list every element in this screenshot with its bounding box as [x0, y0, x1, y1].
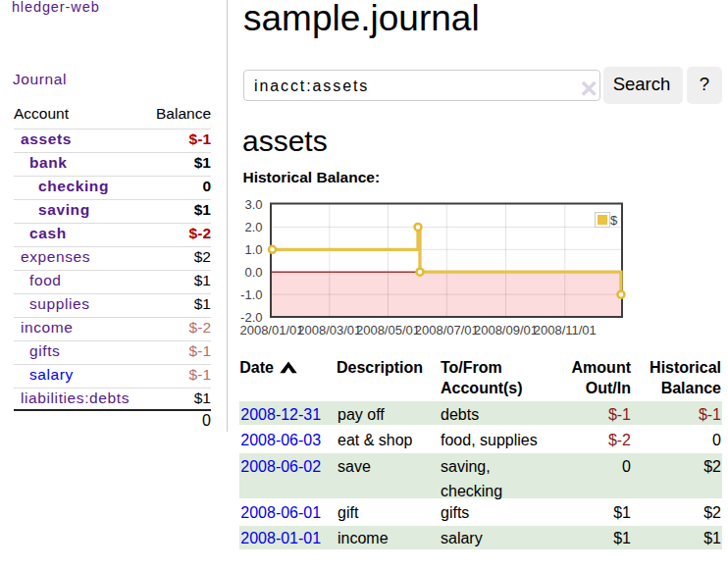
svg-text:2008/03/01: 2008/03/01 — [297, 323, 361, 337]
svg-text:-1.0: -1.0 — [240, 287, 262, 302]
svg-text:1.0: 1.0 — [244, 242, 262, 257]
svg-text:2008/07/01: 2008/07/01 — [415, 323, 479, 337]
svg-text:3.0: 3.0 — [244, 197, 262, 212]
svg-text:2008/05/01: 2008/05/01 — [356, 323, 420, 337]
svg-text:2.0: 2.0 — [244, 220, 262, 234]
svg-text:2008/01/01: 2008/01/01 — [239, 323, 303, 337]
svg-text:$: $ — [610, 213, 618, 228]
svg-text:0.0: 0.0 — [244, 265, 262, 280]
svg-text:2008/09/01: 2008/09/01 — [474, 323, 538, 337]
svg-text:2008/11/01: 2008/11/01 — [534, 323, 597, 337]
